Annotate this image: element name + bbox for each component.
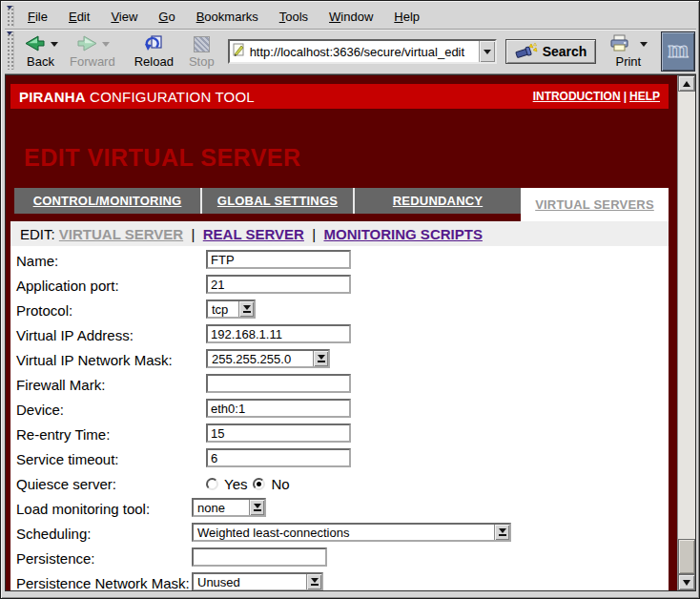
stop-button[interactable]: Stop [183,31,220,72]
forward-button[interactable]: Forward [64,31,121,72]
forward-icon [74,35,99,54]
scheduling-select[interactable]: Weighted least-connections [192,523,511,542]
menu-file[interactable]: File [17,5,58,29]
field-label: Virtual IP Address: [16,327,134,343]
mozilla-logo-button[interactable]: m [661,31,695,72]
protocol-select[interactable]: tcp [206,300,256,319]
url-dropdown-button[interactable] [479,41,495,62]
persistence-netmask-select[interactable]: Unused [192,572,323,590]
subnav-virtual-server-link[interactable]: VIRTUAL SERVER [59,226,183,242]
virtual-ip-netmask-select[interactable]: 255.255.255.0 [206,349,330,368]
dropdown-arrow-icon[interactable] [249,500,264,515]
form-row: Virtual IP Network Mask:255.255.255.0 [10,347,669,372]
print-dropdown-icon[interactable] [640,42,648,47]
subnav-prefix: EDIT: [20,226,55,242]
form-row: Virtual IP Address: [10,322,669,347]
grippy-handle[interactable] [6,6,14,27]
radio-label: Yes [224,476,247,492]
field-label: Service timeout: [16,451,119,467]
tab-virtual-servers[interactable]: VIRTUAL SERVERS [521,188,669,221]
form-area: Name:Application port:Protocol:tcpVirtua… [10,246,669,590]
dropdown-arrow-icon[interactable] [313,351,328,366]
form-row: Service timeout: [10,446,669,471]
scroll-down-button[interactable] [678,574,695,590]
load-monitoring-select[interactable]: none [192,498,266,517]
form-row: Device: [10,397,669,422]
piranha-page: PIRANHA CONFIGURATION TOOL INTRODUCTION|… [6,75,677,590]
arrow-up-icon [683,81,690,87]
mozilla-logo-icon: m [665,35,691,68]
back-icon [23,35,48,54]
grippy-handle[interactable] [6,31,14,70]
menu-bar: File Edit View Go Bookmarks Tools Window… [5,4,696,30]
dropdown-arrow-icon[interactable] [238,301,254,317]
help-link[interactable]: HELP [629,90,660,103]
form-row: Application port: [10,273,669,298]
tab-control-monitoring[interactable]: CONTROL/MONITORING [14,188,202,214]
subnav-separator: | [183,226,203,242]
field-label: Re-entry Time: [16,426,110,443]
chevron-down-icon [484,50,491,54]
back-dropdown-icon[interactable] [51,42,58,47]
field-label: Virtual IP Network Mask: [16,352,173,368]
field-label: Persistence Network Mask: [16,575,190,591]
page-header-bar: PIRANHA CONFIGURATION TOOL INTRODUCTION|… [10,84,669,109]
radio-no[interactable] [253,478,265,490]
quiesce-server-radios: YesNo [206,471,290,496]
scrollbar-thumb[interactable] [678,539,695,574]
form-row: Protocol:tcp [10,298,669,322]
radio-label: No [271,476,289,492]
tab-redundancy[interactable]: REDUNDANCY [355,188,521,214]
browser-viewport: PIRANHA CONFIGURATION TOOL INTRODUCTION|… [5,74,696,591]
menu-edit[interactable]: Edit [58,5,100,29]
form-row: Name: [10,248,669,273]
firewall-mark-input[interactable] [206,374,351,393]
menu-tools[interactable]: Tools [269,5,319,29]
application-port-input[interactable] [206,275,351,294]
page-bookmark-icon[interactable] [232,42,246,61]
form-row: Load monitoring tool:none [10,496,669,521]
menu-bookmarks[interactable]: Bookmarks [186,5,269,29]
header-links: INTRODUCTION|HELP [533,90,660,103]
menu-view[interactable]: View [100,5,148,29]
url-bar [228,39,497,64]
dropdown-arrow-icon[interactable] [494,525,509,540]
back-label: Back [27,54,54,69]
scrollbar-track[interactable] [678,92,695,574]
vertical-scrollbar[interactable] [677,75,695,590]
tab-global-settings[interactable]: GLOBAL SETTINGS [202,188,355,214]
menu-go[interactable]: Go [148,5,185,29]
scroll-up-button[interactable] [678,75,695,92]
app-title: PIRANHA CONFIGURATION TOOL [19,89,255,105]
field-label: Persistence: [16,550,95,567]
stop-icon [194,36,210,52]
menu-window[interactable]: Window [319,5,383,29]
service-timeout-input[interactable] [206,448,351,467]
dropdown-arrow-icon[interactable] [306,574,321,589]
subnav-separator: | [304,226,324,242]
virtual-ip-input[interactable] [206,324,351,343]
menu-help[interactable]: Help [383,5,430,29]
print-button[interactable]: Print [603,31,653,72]
name-input[interactable] [206,250,351,269]
stop-label: Stop [189,54,215,69]
back-button[interactable]: Back [17,31,64,72]
persistence-input[interactable] [192,547,327,567]
print-icon [608,34,631,54]
page-title: EDIT VIRTUAL SERVER [24,144,669,172]
subnav-monitoring-scripts-link[interactable]: MONITORING SCRIPTS [323,226,482,242]
radio-yes[interactable] [206,478,218,490]
select-value: 255.255.255.0 [208,351,313,366]
print-label: Print [615,54,641,69]
field-label: Protocol: [16,302,72,319]
introduction-link[interactable]: INTRODUCTION [533,90,621,103]
reentry-time-input[interactable] [206,423,351,443]
select-value: none [194,500,249,515]
reload-button[interactable]: Reload [129,31,179,72]
search-button[interactable]: Search [505,39,597,64]
subnav-real-server-link[interactable]: REAL SERVER [203,226,304,242]
device-input[interactable] [206,399,351,418]
forward-label: Forward [70,54,115,69]
url-input[interactable] [248,45,479,59]
subnav-bar: EDIT: VIRTUAL SERVER | REAL SERVER | MON… [10,221,669,246]
